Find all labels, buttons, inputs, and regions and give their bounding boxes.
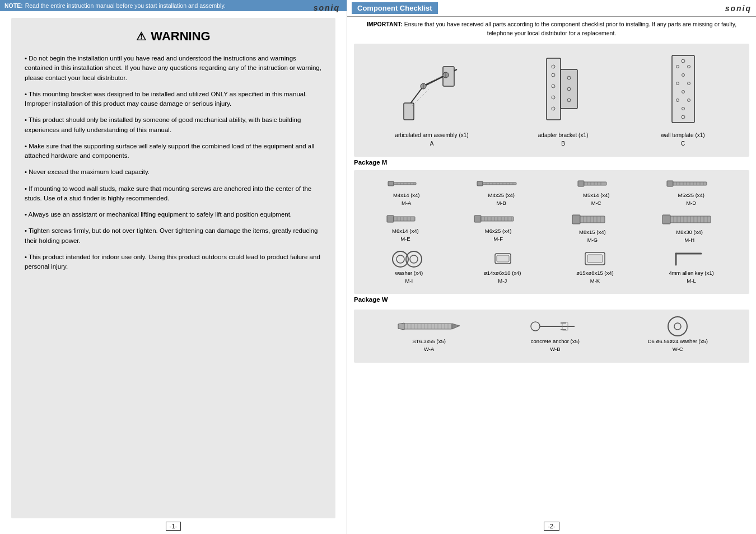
- screw-mc: M5x14 (x4) M-C: [577, 176, 616, 208]
- warning-item-8: • This product intended for indoor use o…: [25, 252, 322, 272]
- svg-marker-119: [398, 323, 404, 330]
- component-arm: articulated arm assembly (x1) A: [395, 53, 468, 148]
- svg-rect-88: [572, 215, 580, 224]
- component-bracket: adapter bracket (x1) B: [535, 53, 591, 148]
- svg-rect-33: [388, 181, 394, 186]
- checklist-title: Component Checklist: [352, 2, 438, 14]
- svg-point-135: [531, 322, 540, 331]
- bracket-label: adapter bracket (x1): [538, 131, 589, 139]
- mb-sub: M-B: [497, 199, 506, 207]
- screws-row-1: M4x14 (x4) M-A: [362, 176, 741, 208]
- page-num-box-left: -1-: [166, 522, 181, 531]
- soniq-logo-right: soniq: [725, 4, 752, 13]
- left-header-bar: NOTE: Read the entire instruction manual…: [0, 0, 347, 11]
- note-text: Read the entire instruction manual befor…: [25, 2, 226, 9]
- page-number-left: -1-: [0, 518, 347, 534]
- svg-rect-89: [580, 216, 605, 223]
- screw-mj: ø14xø6x10 (x4) M-J: [484, 248, 521, 285]
- warning-item-1: • This mounting bracket was designed to …: [25, 90, 322, 109]
- warning-item-7: • Tighten screws firmly, but do not over…: [25, 226, 322, 246]
- mg-sub: M-G: [587, 236, 598, 244]
- md-sub: M-D: [686, 199, 696, 207]
- screw-md: M5x25 (x4) M-D: [666, 176, 716, 208]
- arm-label: articulated arm assembly (x1): [395, 131, 468, 139]
- screw-ml: 4mm allen key (x1) M-L: [669, 248, 713, 285]
- screw-me: M6x14 (x4) M-E: [386, 210, 425, 245]
- important-text: Ensure that you have received all parts …: [404, 21, 736, 36]
- svg-point-110: [396, 255, 404, 263]
- mi-label: washer (x4): [395, 269, 423, 277]
- svg-rect-77: [474, 216, 481, 222]
- screw-wa: ST6.3x55 (x5) W-A: [395, 315, 463, 354]
- svg-rect-70: [387, 216, 394, 222]
- wa-sub: W-A: [424, 345, 434, 353]
- note-label: NOTE:: [4, 2, 23, 9]
- arm-sub: A: [430, 139, 434, 148]
- package-w-row: ST6.3x55 (x5) W-A concrete anchor (: [362, 315, 741, 354]
- warning-item-4: • Never exceed the maximum load capacity…: [25, 167, 322, 177]
- warning-text: WARNING: [151, 29, 210, 44]
- ma-sub: M-A: [402, 199, 411, 207]
- warning-item-2: • This product should only be installed …: [25, 115, 322, 135]
- svg-rect-21: [672, 55, 694, 123]
- mi-sub: M-I: [405, 277, 413, 285]
- important-note: IMPORTANT: Ensure that you have received…: [347, 17, 756, 41]
- warning-section: ⚠ WARNING • Do not begin the installatio…: [11, 18, 335, 518]
- right-panel: Component Checklist soniq IMPORTANT: Ens…: [347, 0, 756, 534]
- svg-line-1: [423, 75, 446, 86]
- svg-rect-116: [587, 255, 603, 263]
- svg-rect-114: [497, 255, 509, 262]
- wc-sub: W-C: [673, 345, 683, 353]
- mg-label: M8x15 (x4): [579, 228, 606, 236]
- screw-mh: M8x30 (x4) M-H: [661, 210, 717, 245]
- svg-rect-78: [481, 217, 514, 221]
- right-content: IMPORTANT: Ensure that you have received…: [347, 17, 756, 534]
- mb-label: M4x25 (x4): [488, 191, 515, 199]
- svg-marker-134: [452, 324, 460, 329]
- wb-sub: W-B: [550, 345, 560, 353]
- screw-wb: concrete anchor (x5) W-B: [530, 315, 580, 354]
- svg-rect-12: [561, 69, 577, 109]
- me-sub: M-E: [400, 235, 410, 243]
- template-sub: C: [681, 139, 685, 148]
- svg-rect-59: [667, 181, 673, 186]
- screw-mg: M8x15 (x4) M-G: [571, 210, 613, 245]
- screw-mf: M6x25 (x4) M-F: [473, 210, 524, 245]
- mh-label: M8x30 (x4): [676, 228, 703, 236]
- page-num-box-right: -2-: [544, 522, 559, 531]
- package-m-section: M4x14 (x4) M-A: [354, 170, 749, 294]
- mf-sub: M-F: [493, 235, 503, 243]
- svg-point-141: [668, 317, 687, 336]
- wb-label: concrete anchor (x5): [531, 338, 580, 345]
- mc-label: M5x14 (x4): [583, 191, 610, 199]
- svg-point-112: [410, 255, 418, 263]
- screws-row-2: M6x14 (x4) M-E: [362, 210, 741, 245]
- wc-label: D6 ø6.5xø24 washer (x5): [648, 338, 708, 345]
- screws-row-3: washer (x4) M-I ø14xø6x10 (x4) M-J: [362, 248, 741, 285]
- ma-label: M4x14 (x4): [393, 191, 420, 199]
- mk-sub: M-K: [590, 277, 600, 285]
- svg-point-142: [674, 323, 681, 330]
- warning-triangle-icon: ⚠: [136, 30, 146, 43]
- mh-sub: M-H: [684, 236, 694, 244]
- screw-wc: D6 ø6.5xø24 washer (x5) W-C: [648, 315, 708, 354]
- component-template: wall template (x1) C: [658, 53, 708, 148]
- me-label: M6x14 (x4): [392, 227, 419, 235]
- screw-mi: washer (x4) M-I: [389, 248, 428, 285]
- right-header: Component Checklist soniq: [347, 0, 756, 17]
- mk-label: ø15xø8x15 (x4): [576, 269, 614, 277]
- screw-mk: ø15xø8x15 (x4) M-K: [576, 248, 614, 285]
- package-w-label: Package W: [354, 296, 756, 303]
- mc-sub: M-C: [591, 199, 601, 207]
- warning-item-0: • Do not begin the installation until yo…: [25, 54, 322, 83]
- package-m-label: Package M: [354, 159, 756, 166]
- page-number-right: -2-: [347, 518, 756, 534]
- template-img: [658, 53, 708, 128]
- template-label: wall template (x1): [661, 131, 704, 139]
- warning-item-6: • Always use an assistant or mechanical …: [25, 210, 322, 219]
- wa-label: ST6.3x55 (x5): [412, 338, 446, 345]
- screw-mb: M4x25 (x4) M-B: [476, 176, 526, 208]
- warning-item-5: • If mounting to wood wall studs, make s…: [25, 184, 322, 204]
- important-label: IMPORTANT:: [367, 21, 403, 27]
- package-w-section: ST6.3x55 (x5) W-A concrete anchor (: [354, 310, 749, 363]
